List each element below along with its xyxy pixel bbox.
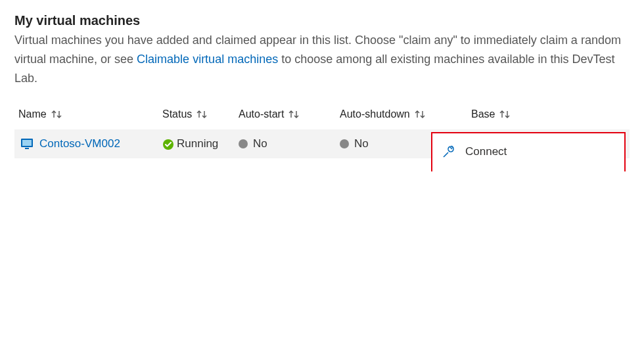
menu-label: Connect: [465, 145, 507, 158]
grey-dot-icon: [340, 139, 349, 148]
col-name[interactable]: Name: [14, 108, 162, 120]
sort-icon: [414, 110, 426, 119]
col-status[interactable]: Status: [162, 108, 239, 120]
sort-icon: [288, 110, 300, 119]
cell-name: Contoso-VM002: [14, 137, 162, 151]
page-description: Virtual machines you have added and clai…: [14, 31, 630, 87]
grey-dot-icon: [239, 139, 248, 148]
sort-icon: [499, 110, 511, 119]
context-menu: Connect Restart Stop: [431, 132, 626, 171]
svg-rect-7: [447, 146, 454, 153]
page-title: My virtual machines: [14, 13, 630, 28]
sort-icon: [196, 110, 208, 119]
col-base-label: Base: [471, 108, 495, 120]
menu-restart[interactable]: Restart: [432, 168, 624, 171]
col-base[interactable]: Base: [471, 108, 543, 120]
svg-rect-1: [22, 140, 32, 146]
cell-status: Running: [162, 137, 239, 150]
running-icon: [162, 139, 173, 149]
status-text: Running: [177, 137, 218, 150]
col-status-label: Status: [162, 108, 192, 120]
vm-name-link[interactable]: Contoso-VM002: [39, 137, 120, 150]
table-header: Name Status Auto-start Auto-shutdown: [14, 104, 630, 129]
sort-icon: [51, 110, 62, 119]
vm-icon: [20, 137, 34, 151]
col-autoshutdown-label: Auto-shutdown: [340, 108, 410, 120]
col-name-label: Name: [18, 108, 47, 120]
col-autostart[interactable]: Auto-start: [239, 108, 340, 120]
autoshutdown-text: No: [354, 137, 369, 150]
connect-icon: [442, 145, 456, 159]
autostart-text: No: [253, 137, 267, 150]
cell-autostart: No: [239, 137, 340, 150]
col-autoshutdown[interactable]: Auto-shutdown: [340, 108, 471, 120]
col-autostart-label: Auto-start: [239, 108, 284, 120]
menu-connect[interactable]: Connect: [432, 136, 624, 168]
svg-rect-2: [25, 148, 29, 149]
claimable-vms-link[interactable]: Claimable virtual machines: [137, 53, 278, 66]
